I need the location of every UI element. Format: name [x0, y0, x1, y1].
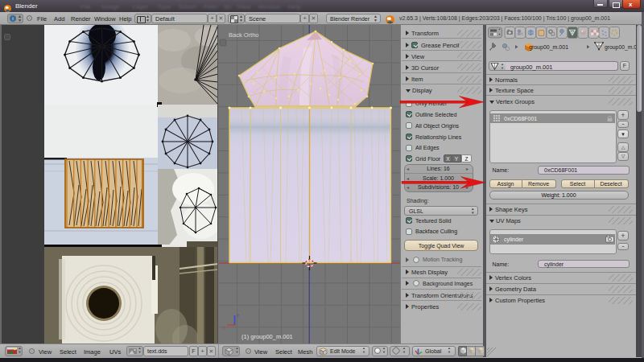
svg-text:(1) group00_m.001: (1) group00_m.001 — [242, 333, 293, 340]
svg-text:x: x — [223, 325, 225, 330]
svg-text:Back Ortho: Back Ortho — [229, 31, 259, 39]
svg-text:z: z — [237, 313, 239, 318]
